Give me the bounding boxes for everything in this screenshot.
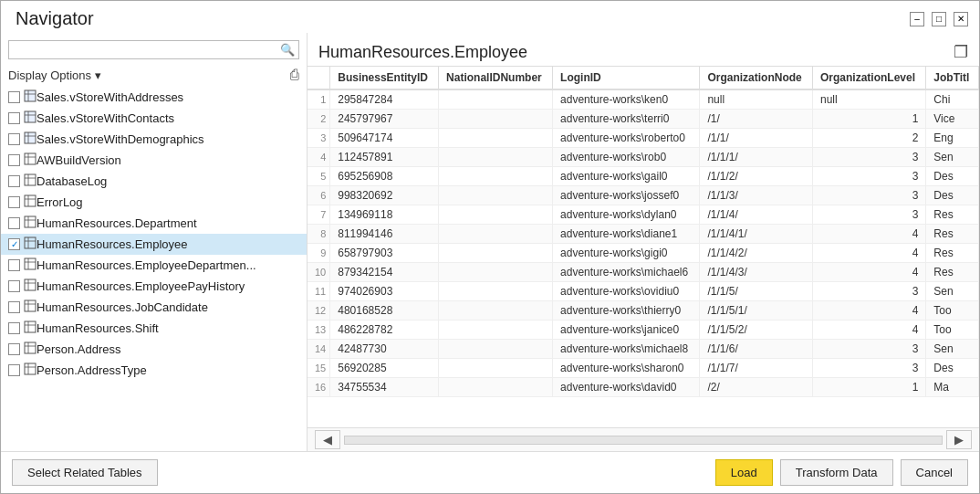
footer-right: Load Transform Data Cancel bbox=[715, 459, 968, 486]
cell-row: 8 bbox=[308, 225, 330, 244]
tree-item-checkbox[interactable] bbox=[8, 112, 20, 124]
tree-item[interactable]: HumanResources.EmployeeDepartmen... bbox=[1, 255, 307, 276]
footer: Select Related Tables Load Transform Dat… bbox=[1, 451, 979, 493]
restore-button[interactable]: □ bbox=[932, 12, 946, 26]
svg-rect-12 bbox=[25, 174, 36, 185]
svg-rect-33 bbox=[25, 321, 36, 332]
minimize-button[interactable]: – bbox=[910, 12, 924, 26]
cell-organizationnode: null bbox=[700, 89, 813, 110]
tree-item[interactable]: Sales.vStoreWithDemographics bbox=[1, 129, 307, 150]
col-header-organizationnode: OrganizationNode bbox=[700, 67, 813, 89]
cell-organizationlevel: 3 bbox=[813, 205, 926, 225]
tree-item[interactable]: HumanResources.Employee bbox=[1, 234, 307, 255]
table-icon bbox=[24, 173, 36, 189]
refresh-icon[interactable]: ⎙ bbox=[290, 67, 299, 83]
tree-item-label: HumanResources.JobCandidate bbox=[36, 300, 208, 314]
tree-item[interactable]: DatabaseLog bbox=[1, 171, 307, 192]
cell-loginid: adventure-works\jossef0 bbox=[553, 186, 700, 205]
svg-rect-18 bbox=[25, 216, 36, 227]
tree-item-checkbox[interactable] bbox=[8, 364, 20, 376]
tree-item-checkbox[interactable] bbox=[8, 238, 20, 250]
tree-item-checkbox[interactable] bbox=[8, 280, 20, 292]
tree-item-checkbox[interactable] bbox=[8, 259, 20, 271]
cell-nationalidnumber bbox=[439, 89, 553, 110]
cell-businessentityid: 486228782 bbox=[330, 321, 439, 340]
tree-item-checkbox[interactable] bbox=[8, 301, 20, 313]
table-icon bbox=[24, 236, 36, 252]
cell-jobtitl: Ma bbox=[926, 378, 979, 397]
preview-title: HumanResources.Employee bbox=[318, 43, 527, 62]
cell-jobtitl: Eng bbox=[926, 129, 979, 148]
transform-data-button[interactable]: Transform Data bbox=[780, 459, 893, 486]
cell-row: 4 bbox=[308, 148, 330, 167]
cell-jobtitl: Res bbox=[926, 225, 979, 244]
view-icon bbox=[24, 110, 36, 126]
svg-rect-27 bbox=[25, 279, 36, 290]
cell-organizationlevel: 4 bbox=[813, 321, 926, 340]
table-row: 4112457891adventure-works\rob0/1/1/1/3Se… bbox=[308, 148, 979, 167]
close-button[interactable]: ✕ bbox=[954, 12, 968, 26]
tree-item-checkbox[interactable] bbox=[8, 343, 20, 355]
tree-item-label: HumanResources.Employee bbox=[36, 237, 187, 251]
cell-loginid: adventure-works\gail0 bbox=[553, 167, 700, 186]
tree-item[interactable]: Sales.vStoreWithAddresses bbox=[1, 87, 307, 108]
load-button[interactable]: Load bbox=[715, 459, 773, 486]
tree-item[interactable]: ErrorLog bbox=[1, 192, 307, 213]
cell-loginid: adventure-works\gigi0 bbox=[553, 244, 700, 263]
view-icon bbox=[24, 89, 36, 105]
tree-item-checkbox[interactable] bbox=[8, 133, 20, 145]
cell-businessentityid: 509647174 bbox=[330, 129, 439, 148]
cell-loginid: adventure-works\david0 bbox=[553, 378, 700, 397]
svg-rect-21 bbox=[25, 237, 36, 248]
preview-expand-button[interactable]: ❐ bbox=[954, 42, 968, 62]
col-header-rownum bbox=[308, 67, 330, 89]
cell-loginid: adventure-works\thierry0 bbox=[553, 301, 700, 321]
tree-item[interactable]: HumanResources.Shift bbox=[1, 318, 307, 339]
table-container[interactable]: BusinessEntityIDNationalIDNumberLoginIDO… bbox=[308, 66, 979, 427]
cell-organizationlevel: 3 bbox=[813, 186, 926, 205]
cell-organizationnode: /1/1/3/ bbox=[700, 186, 813, 205]
tree-item-checkbox[interactable] bbox=[8, 217, 20, 229]
search-input[interactable] bbox=[13, 43, 280, 57]
tree-item[interactable]: Sales.vStoreWithContacts bbox=[1, 108, 307, 129]
cell-businessentityid: 480168528 bbox=[330, 301, 439, 321]
scroll-left-button[interactable]: ◀ bbox=[315, 430, 340, 449]
table-icon bbox=[24, 152, 36, 168]
table-row: 5695256908adventure-works\gail0/1/1/2/3D… bbox=[308, 167, 979, 186]
scroll-track[interactable] bbox=[344, 436, 943, 445]
cell-organizationnode: /1/ bbox=[700, 110, 813, 129]
tree-item[interactable]: HumanResources.JobCandidate bbox=[1, 297, 307, 318]
tree-item-checkbox[interactable] bbox=[8, 91, 20, 103]
tree-item-checkbox[interactable] bbox=[8, 175, 20, 187]
cancel-button[interactable]: Cancel bbox=[901, 459, 968, 486]
display-options-button[interactable]: Display Options ▾ bbox=[8, 68, 101, 82]
cell-loginid: adventure-works\ovidiu0 bbox=[553, 282, 700, 301]
select-related-tables-button[interactable]: Select Related Tables bbox=[12, 459, 158, 486]
tree-item[interactable]: HumanResources.EmployeePayHistory bbox=[1, 276, 307, 297]
cell-organizationlevel: 3 bbox=[813, 340, 926, 359]
cell-organizationlevel: 4 bbox=[813, 301, 926, 321]
scroll-right-button[interactable]: ▶ bbox=[946, 430, 972, 449]
cell-organizationnode: /1/1/6/ bbox=[700, 340, 813, 359]
table-row: 1634755534adventure-works\david0/2/1Ma bbox=[308, 378, 979, 397]
cell-row: 1 bbox=[308, 89, 330, 110]
tree-item-checkbox[interactable] bbox=[8, 196, 20, 208]
cell-businessentityid: 974026903 bbox=[330, 282, 439, 301]
table-row: 7134969118adventure-works\dylan0/1/1/4/3… bbox=[308, 205, 979, 225]
cell-organizationnode: /1/1/4/3/ bbox=[700, 263, 813, 282]
tree-item-checkbox[interactable] bbox=[8, 322, 20, 334]
tree-item[interactable]: HumanResources.Department bbox=[1, 213, 307, 234]
tree-item-checkbox[interactable] bbox=[8, 154, 20, 166]
cell-organizationlevel: null bbox=[813, 89, 926, 110]
cell-jobtitl: Chi bbox=[926, 89, 979, 110]
table-icon bbox=[24, 279, 36, 294]
tree-item[interactable]: Person.AddressType bbox=[1, 360, 307, 381]
tree-list[interactable]: Sales.vStoreWithAddressesSales.vStoreWit… bbox=[1, 87, 307, 451]
tree-item[interactable]: Person.Address bbox=[1, 339, 307, 360]
view-icon bbox=[24, 131, 36, 147]
tree-item[interactable]: AWBuildVersion bbox=[1, 150, 307, 171]
cell-nationalidnumber bbox=[439, 148, 553, 167]
table-row: 13486228782adventure-works\janice0/1/1/5… bbox=[308, 321, 979, 340]
preview-header: HumanResources.Employee ❐ bbox=[308, 33, 979, 66]
cell-organizationlevel: 3 bbox=[813, 359, 926, 378]
